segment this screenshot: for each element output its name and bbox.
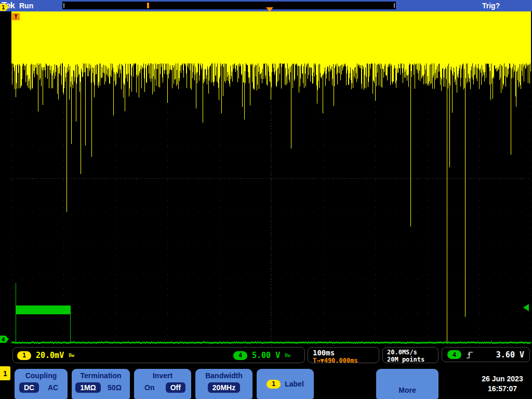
bandwidth-button[interactable]: Bandwidth 20MHz [195, 369, 252, 399]
label-button-text: Label [285, 380, 304, 388]
coupling-option-dc[interactable]: DC [19, 382, 39, 393]
active-channel-badge: 1 [0, 366, 10, 380]
invert-button[interactable]: Invert On Off [134, 369, 191, 399]
date-text: 26 Jun 2023 [482, 374, 523, 384]
more-button[interactable]: More [376, 369, 438, 399]
ch1-readout[interactable]: 1 20.0mV Bw [17, 351, 74, 360]
acquisition-record-bar [62, 2, 396, 9]
termination-option-50ohm[interactable]: 50Ω [103, 382, 126, 393]
trigger-level-value: 3.60 V [496, 350, 524, 360]
trigger-source-badge: 4 [447, 350, 461, 359]
trigger-position-marker[interactable] [266, 7, 273, 12]
trigger-t-marker[interactable]: T [12, 13, 20, 20]
horizontal-readout-box[interactable]: 100ms T→▼490.000ms [308, 347, 379, 363]
coupling-button[interactable]: Coupling DC AC [15, 369, 68, 399]
waveform-display [0, 11, 532, 347]
ch1-bandwidth-limit-indicator: Bw [69, 353, 74, 358]
bandwidth-title: Bandwidth [195, 371, 252, 380]
label-channel-badge: 1 [267, 380, 281, 389]
coupling-option-ac[interactable]: AC [43, 382, 63, 393]
termination-option-1mohm[interactable]: 1MΩ [75, 382, 101, 393]
ch4-bandwidth-limit-indicator: Bw [285, 353, 290, 358]
time-text: 16:57:07 [488, 384, 517, 394]
channel-readouts-box: 1 20.0mV Bw 4 5.00 V Bw [12, 347, 305, 363]
datetime-display: 26 Jun 2023 16:57:07 [474, 369, 531, 399]
trigger-status: Trig? [482, 2, 500, 10]
bandwidth-value[interactable]: 20MHz [208, 382, 240, 393]
ch1-badge[interactable]: 1 [17, 351, 31, 360]
invert-option-off[interactable]: Off [166, 382, 185, 393]
status-bar: 1 20.0mV Bw 4 5.00 V Bw 100ms T→▼490.000… [0, 347, 532, 364]
trigger-readout-box[interactable]: 4 3.60 V [442, 347, 530, 362]
invert-option-on[interactable]: On [140, 382, 159, 393]
label-button[interactable]: 1 Label [257, 369, 314, 399]
invert-title: Invert [134, 371, 191, 380]
trigger-delay: T→▼490.000ms [313, 357, 379, 364]
sample-rate: 20.0MS/s [387, 349, 438, 356]
trigger-level-marker[interactable] [523, 304, 529, 311]
record-start-tick [63, 3, 64, 8]
more-button-text: More [398, 386, 416, 394]
ch4-readout[interactable]: 4 5.00 V Bw [233, 351, 290, 360]
rising-edge-icon [466, 350, 474, 360]
ch1-scale: 20.0mV [36, 351, 64, 360]
waveform-canvas [11, 11, 531, 346]
ch4-scale: 5.00 V [252, 351, 280, 360]
termination-button[interactable]: Termination 1MΩ 50Ω [72, 369, 130, 399]
record-length: 20M points [387, 356, 438, 363]
acquisition-status: Run [19, 2, 33, 10]
ch4-badge[interactable]: 4 [233, 351, 247, 360]
record-end-tick [394, 3, 395, 8]
menu-bar: 1 Coupling DC AC Termination 1MΩ 50Ω Inv… [0, 364, 532, 399]
termination-title: Termination [72, 371, 130, 380]
coupling-title: Coupling [15, 371, 68, 380]
acquisition-readout-box: 20.0MS/s 20M points [382, 347, 438, 363]
time-per-division: 100ms [313, 349, 379, 357]
record-window-marker [147, 3, 149, 8]
